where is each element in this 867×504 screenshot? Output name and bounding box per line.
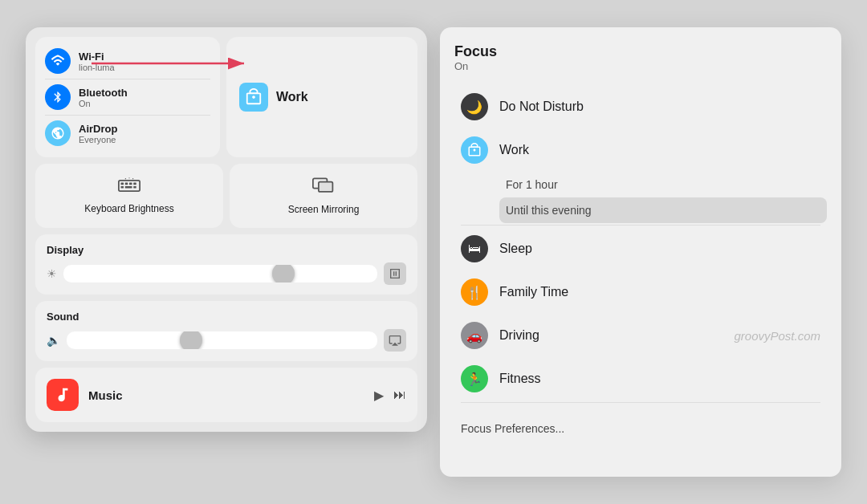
bluetooth-label: Bluetooth (79, 87, 128, 99)
work-icon-box (239, 83, 268, 112)
work-until-evening[interactable]: Until this evening (499, 197, 827, 223)
focus-item-family-time[interactable]: 🍴 Family Time (454, 270, 827, 314)
utility-buttons-row: Keyboard Brightness Screen Mirroring (35, 164, 417, 228)
bluetooth-item[interactable]: Bluetooth On (45, 79, 210, 116)
driving-row: Driving groovyPost.com (499, 328, 820, 343)
wifi-icon (51, 54, 65, 68)
airdrop-text: AirDrop Everyone (79, 123, 117, 144)
work-icon (245, 88, 263, 106)
focus-item-driving[interactable]: 🚗 Driving groovyPost.com (454, 314, 827, 357)
watermark: groovyPost.com (734, 329, 820, 343)
sound-label: Sound (47, 311, 406, 323)
screen-mirroring-icon (312, 177, 335, 199)
network-group: Wi-Fi lion-luma Bluetooth On (35, 37, 220, 157)
focus-preferences[interactable]: Focus Preferences... (454, 416, 827, 441)
driving-icon: 🚗 (461, 322, 488, 349)
wifi-item[interactable]: Wi-Fi lion-luma (45, 43, 210, 79)
wifi-icon-circle (45, 48, 71, 74)
focus-item-fitness[interactable]: 🏃 Fitness (454, 357, 827, 400)
fitness-icon: 🏃 (461, 365, 488, 392)
music-label: Music (88, 388, 364, 402)
family-time-icon: 🍴 (461, 278, 488, 306)
bluetooth-text: Bluetooth On (79, 87, 128, 108)
family-time-label: Family Time (499, 285, 568, 299)
top-row: Wi-Fi lion-luma Bluetooth On (35, 37, 417, 157)
sound-slider-row: 🔈 (47, 329, 406, 352)
display-end-icon (384, 262, 406, 285)
airdrop-subtitle: Everyone (79, 135, 117, 144)
driving-label: Driving (499, 328, 734, 343)
focus-header: Focus On (454, 43, 827, 72)
sound-slider-track[interactable] (67, 331, 377, 349)
music-icon-box (47, 379, 79, 411)
svg-rect-4 (121, 182, 124, 185)
svg-rect-7 (133, 182, 136, 185)
screen-mirroring-label: Screen Mirroring (288, 204, 360, 215)
sound-slider-knob[interactable] (180, 331, 202, 349)
focus-divider-1 (461, 225, 820, 226)
music-section: Music ▶ ⏭ (35, 368, 417, 422)
display-section: Display ☀ (35, 234, 417, 295)
wifi-label: Wi-Fi (79, 51, 115, 63)
wifi-subtitle: lion-luma (79, 63, 115, 72)
sleep-icon: 🛏 (461, 235, 488, 262)
music-skip-button[interactable]: ⏭ (393, 388, 406, 402)
airdrop-item[interactable]: AirDrop Everyone (45, 116, 210, 151)
svg-rect-10 (133, 186, 136, 189)
display-label: Display (47, 244, 406, 256)
focus-item-do-not-disturb[interactable]: 🌙 Do Not Disturb (454, 85, 827, 128)
bluetooth-icon (51, 90, 64, 104)
airdrop-label: AirDrop (79, 123, 117, 135)
bluetooth-icon-circle (45, 84, 71, 110)
keyboard-brightness-button[interactable]: Keyboard Brightness (35, 164, 223, 228)
focus-title: Focus (454, 43, 827, 60)
work-focus-icon (461, 136, 488, 164)
svg-rect-8 (121, 186, 124, 189)
airplay-icon-box[interactable] (384, 329, 406, 352)
work-sub-options: For 1 hour Until this evening (454, 172, 827, 223)
svg-rect-6 (129, 182, 132, 185)
svg-rect-3 (119, 181, 140, 191)
keyboard-brightness-label: Keyboard Brightness (84, 203, 173, 214)
display-slider-knob[interactable] (272, 265, 295, 282)
svg-rect-15 (319, 181, 333, 191)
work-for-1-hour[interactable]: For 1 hour (499, 172, 827, 197)
sound-section: Sound 🔈 (35, 301, 417, 361)
sleep-label: Sleep (499, 242, 532, 256)
focus-divider-2 (461, 402, 820, 403)
svg-rect-5 (125, 182, 128, 185)
airdrop-icon (51, 126, 65, 140)
music-controls: ▶ ⏭ (374, 388, 406, 403)
music-play-button[interactable]: ▶ (374, 388, 384, 403)
display-slider-row: ☀ (47, 262, 406, 285)
focus-item-sleep[interactable]: 🛏 Sleep (454, 227, 827, 270)
do-not-disturb-label: Do Not Disturb (499, 100, 584, 114)
music-app-icon (54, 386, 71, 404)
airdrop-icon-circle (45, 120, 71, 146)
svg-rect-9 (125, 186, 132, 189)
wifi-text: Wi-Fi lion-luma (79, 51, 115, 72)
do-not-disturb-icon: 🌙 (461, 93, 488, 120)
focus-item-work[interactable]: Work (454, 128, 827, 172)
fitness-label: Fitness (499, 372, 541, 386)
screen-mirroring-button[interactable]: Screen Mirroring (230, 164, 417, 228)
brightness-low-icon: ☀ (47, 267, 57, 280)
display-slider-track[interactable] (63, 265, 377, 282)
work-focus-button[interactable]: Work (226, 37, 417, 157)
keyboard-brightness-icon (118, 177, 140, 198)
work-label: Work (276, 90, 308, 104)
work-focus-label: Work (499, 143, 529, 157)
focus-status: On (454, 60, 827, 72)
focus-panel: Focus On 🌙 Do Not Disturb Work For 1 hou… (440, 27, 841, 477)
sound-low-icon: 🔈 (47, 334, 60, 347)
airplay-icon (389, 334, 401, 347)
bluetooth-subtitle: On (79, 99, 128, 108)
control-center-panel: Wi-Fi lion-luma Bluetooth On (26, 27, 427, 432)
